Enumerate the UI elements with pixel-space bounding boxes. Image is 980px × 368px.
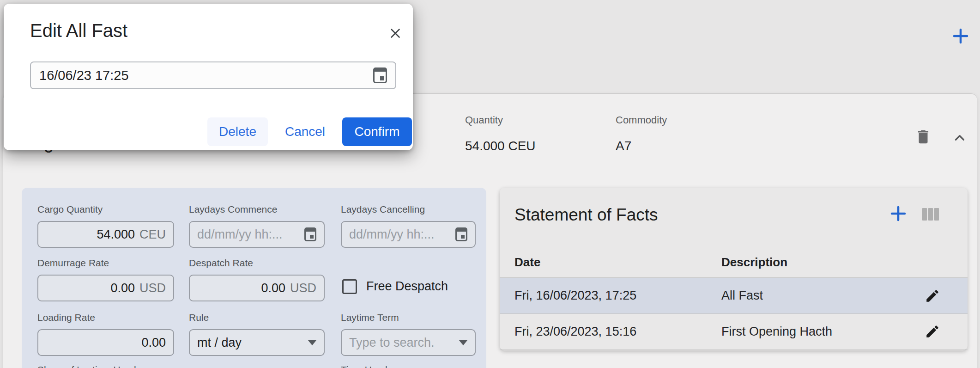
calendar-icon[interactable] bbox=[455, 227, 467, 241]
demurrage-rate-input[interactable]: 0.00 USD bbox=[37, 275, 174, 301]
laytime-term-select[interactable]: Type to search. bbox=[341, 329, 476, 356]
sof-row-date: Fri, 23/06/2023, 15:16 bbox=[514, 325, 636, 339]
quantity-label: Quantity bbox=[465, 114, 503, 126]
plus-icon bbox=[952, 28, 969, 44]
cargo-quantity-input[interactable]: 54.000 CEU bbox=[37, 221, 174, 248]
pencil-icon bbox=[925, 288, 940, 304]
laytime-term-label: Laytime Term bbox=[341, 312, 476, 323]
delete-cargo-button[interactable] bbox=[912, 126, 934, 148]
sof-table-row[interactable]: Fri, 23/06/2023, 15:16 First Opening Hac… bbox=[500, 313, 968, 350]
loading-rate-value: 0.00 bbox=[141, 336, 166, 350]
columns-icon[interactable] bbox=[922, 208, 939, 221]
sof-row-description: First Opening Hacth bbox=[721, 325, 832, 339]
edit-row-button[interactable] bbox=[923, 322, 942, 341]
loading-rate-label: Loading Rate bbox=[37, 312, 174, 323]
sof-row-date: Fri, 16/06/2023, 17:25 bbox=[514, 288, 636, 303]
laytime-term-placeholder: Type to search. bbox=[349, 336, 459, 350]
delete-button[interactable]: Delete bbox=[207, 117, 268, 146]
statement-of-facts-title: Statement of Facts bbox=[514, 205, 658, 225]
trash-icon bbox=[914, 128, 932, 146]
despatch-rate-input[interactable]: 0.00 USD bbox=[189, 275, 325, 301]
close-button[interactable] bbox=[385, 23, 405, 43]
commodity-label: Commodity bbox=[616, 114, 667, 126]
demurrage-rate-label: Demurrage Rate bbox=[37, 258, 174, 269]
sof-row-description: All Fast bbox=[721, 288, 763, 303]
edit-row-button[interactable] bbox=[923, 287, 942, 305]
quantity-value: 54.000 CEU bbox=[465, 139, 536, 153]
time-used-label: Time Used bbox=[341, 364, 476, 368]
chevron-down-icon bbox=[308, 340, 316, 345]
add-sof-event-button[interactable] bbox=[887, 202, 910, 225]
rule-label: Rule bbox=[189, 312, 325, 323]
calendar-icon[interactable] bbox=[373, 67, 387, 83]
add-cargo-button[interactable] bbox=[946, 22, 975, 50]
close-icon bbox=[387, 25, 403, 41]
cancel-button[interactable]: Cancel bbox=[280, 117, 330, 146]
chevron-down-icon bbox=[459, 340, 467, 345]
sof-table-row[interactable]: Fri, 16/06/2023, 17:25 All Fast bbox=[500, 277, 968, 313]
commodity-value: A7 bbox=[616, 139, 631, 153]
loading-rate-input[interactable]: 0.00 bbox=[37, 329, 174, 356]
demurrage-rate-unit: USD bbox=[139, 281, 166, 295]
event-datetime-value: 16/06/23 17:25 bbox=[39, 68, 373, 83]
laydays-commence-placeholder: dd/mm/yy hh:... bbox=[197, 227, 304, 242]
calendar-icon[interactable] bbox=[304, 227, 316, 241]
pencil-icon bbox=[925, 324, 940, 339]
rule-selected-value: mt / day bbox=[197, 336, 308, 350]
despatch-rate-label: Despatch Rate bbox=[189, 258, 325, 269]
confirm-button[interactable]: Confirm bbox=[342, 117, 412, 146]
date-column-header: Date bbox=[514, 255, 540, 270]
collapse-section-button[interactable] bbox=[950, 129, 970, 147]
plus-icon bbox=[889, 204, 907, 223]
demurrage-rate-value: 0.00 bbox=[110, 281, 135, 295]
laydays-commence-input[interactable]: dd/mm/yy hh:... bbox=[189, 221, 325, 248]
cargo-quantity-unit: CEU bbox=[139, 227, 166, 242]
laydays-cancelling-placeholder: dd/mm/yy hh:... bbox=[349, 227, 455, 242]
chevron-up-icon bbox=[952, 130, 968, 146]
event-datetime-input[interactable]: 16/06/23 17:25 bbox=[30, 61, 396, 89]
cargo-quantity-label: Cargo Quantity bbox=[37, 204, 174, 215]
free-despatch-label: Free Despatch bbox=[366, 279, 448, 294]
dialog-title: Edit All Fast bbox=[30, 20, 127, 41]
cargo-quantity-value: 54.000 bbox=[97, 227, 135, 242]
laydays-cancelling-label: Laydays Cancelling bbox=[341, 204, 476, 215]
despatch-rate-unit: USD bbox=[290, 281, 316, 295]
free-despatch-checkbox[interactable] bbox=[342, 279, 357, 294]
share-of-laytime-used-label: Share of Laytime Used bbox=[37, 364, 174, 368]
edit-all-fast-dialog: Edit All Fast 16/06/23 17:25 Delete Canc… bbox=[4, 4, 413, 150]
description-column-header: Description bbox=[721, 255, 787, 270]
rule-select[interactable]: mt / day bbox=[189, 329, 325, 356]
despatch-rate-value: 0.00 bbox=[261, 281, 285, 295]
laydays-commence-label: Laydays Commence bbox=[189, 204, 325, 215]
laydays-cancelling-input[interactable]: dd/mm/yy hh:... bbox=[341, 221, 476, 248]
